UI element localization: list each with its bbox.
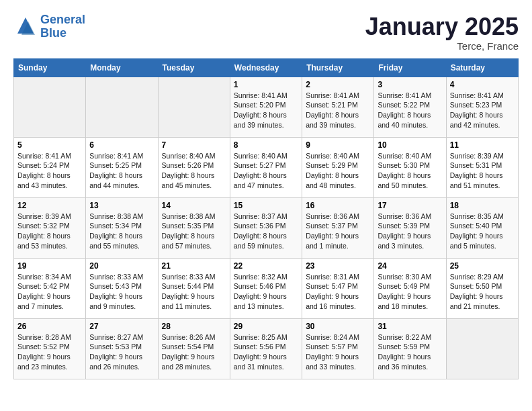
title-area: January 2025 Terce, France [365, 13, 519, 52]
day-number: 15 [234, 201, 298, 210]
day-number: 8 [234, 140, 298, 150]
day-cell [446, 318, 518, 379]
day-cell [14, 77, 86, 137]
logo: General Blue [13, 13, 85, 40]
day-cell: 22Sunrise: 8:32 AM Sunset: 5:46 PM Dayli… [230, 258, 302, 318]
day-cell: 30Sunrise: 8:24 AM Sunset: 5:57 PM Dayli… [302, 318, 374, 379]
day-number: 18 [450, 201, 515, 210]
day-number: 17 [378, 201, 442, 210]
day-header-thursday: Thursday [302, 58, 374, 77]
day-number: 5 [17, 140, 82, 150]
day-cell: 10Sunrise: 8:40 AM Sunset: 5:30 PM Dayli… [374, 137, 446, 197]
day-number: 16 [306, 201, 370, 210]
day-cell: 27Sunrise: 8:27 AM Sunset: 5:53 PM Dayli… [86, 318, 158, 379]
day-header-saturday: Saturday [446, 58, 518, 77]
day-cell: 12Sunrise: 8:39 AM Sunset: 5:32 PM Dayli… [14, 197, 86, 258]
day-header-tuesday: Tuesday [158, 58, 230, 77]
day-info: Sunrise: 8:27 AM Sunset: 5:53 PM Dayligh… [89, 332, 154, 372]
day-number: 22 [234, 261, 298, 271]
week-row-2: 5Sunrise: 8:41 AM Sunset: 5:24 PM Daylig… [14, 137, 519, 197]
day-info: Sunrise: 8:41 AM Sunset: 5:24 PM Dayligh… [17, 151, 82, 191]
day-cell: 23Sunrise: 8:31 AM Sunset: 5:47 PM Dayli… [302, 258, 374, 318]
day-cell: 19Sunrise: 8:34 AM Sunset: 5:42 PM Dayli… [14, 258, 86, 318]
day-cell: 31Sunrise: 8:22 AM Sunset: 5:59 PM Dayli… [374, 318, 446, 379]
day-cell: 5Sunrise: 8:41 AM Sunset: 5:24 PM Daylig… [14, 137, 86, 197]
week-row-1: 1Sunrise: 8:41 AM Sunset: 5:20 PM Daylig… [14, 77, 519, 137]
day-number: 21 [162, 261, 226, 271]
day-number: 12 [17, 201, 82, 210]
day-number: 20 [89, 261, 154, 271]
day-number: 11 [450, 140, 515, 150]
day-cell: 6Sunrise: 8:41 AM Sunset: 5:25 PM Daylig… [86, 137, 158, 197]
day-info: Sunrise: 8:40 AM Sunset: 5:26 PM Dayligh… [162, 151, 226, 191]
day-number: 7 [162, 140, 226, 150]
day-number: 26 [17, 322, 82, 331]
day-info: Sunrise: 8:40 AM Sunset: 5:30 PM Dayligh… [378, 151, 442, 191]
week-row-3: 12Sunrise: 8:39 AM Sunset: 5:32 PM Dayli… [14, 197, 519, 258]
day-number: 1 [234, 80, 298, 89]
day-number: 29 [234, 322, 298, 331]
day-cell: 14Sunrise: 8:38 AM Sunset: 5:35 PM Dayli… [158, 197, 230, 258]
logo-icon [13, 15, 38, 39]
logo-text: General Blue [40, 13, 85, 40]
day-info: Sunrise: 8:34 AM Sunset: 5:42 PM Dayligh… [17, 272, 82, 312]
day-info: Sunrise: 8:40 AM Sunset: 5:27 PM Dayligh… [234, 151, 298, 191]
day-number: 9 [306, 140, 370, 150]
day-number: 25 [450, 261, 515, 271]
day-info: Sunrise: 8:36 AM Sunset: 5:37 PM Dayligh… [306, 212, 370, 251]
day-cell [158, 77, 230, 137]
day-info: Sunrise: 8:30 AM Sunset: 5:49 PM Dayligh… [378, 272, 442, 312]
day-info: Sunrise: 8:41 AM Sunset: 5:20 PM Dayligh… [234, 91, 298, 130]
day-info: Sunrise: 8:41 AM Sunset: 5:23 PM Dayligh… [450, 91, 515, 130]
day-info: Sunrise: 8:25 AM Sunset: 5:56 PM Dayligh… [234, 332, 298, 372]
day-header-friday: Friday [374, 58, 446, 77]
day-header-monday: Monday [86, 58, 158, 77]
day-info: Sunrise: 8:35 AM Sunset: 5:40 PM Dayligh… [450, 212, 515, 251]
day-cell: 20Sunrise: 8:33 AM Sunset: 5:43 PM Dayli… [86, 258, 158, 318]
day-number: 14 [162, 201, 226, 210]
day-number: 2 [306, 80, 370, 89]
day-cell: 28Sunrise: 8:26 AM Sunset: 5:54 PM Dayli… [158, 318, 230, 379]
day-cell: 9Sunrise: 8:40 AM Sunset: 5:29 PM Daylig… [302, 137, 374, 197]
day-header-wednesday: Wednesday [230, 58, 302, 77]
day-info: Sunrise: 8:36 AM Sunset: 5:39 PM Dayligh… [378, 212, 442, 251]
day-cell: 18Sunrise: 8:35 AM Sunset: 5:40 PM Dayli… [446, 197, 518, 258]
day-cell: 16Sunrise: 8:36 AM Sunset: 5:37 PM Dayli… [302, 197, 374, 258]
day-info: Sunrise: 8:39 AM Sunset: 5:31 PM Dayligh… [450, 151, 515, 191]
month-title: January 2025 [365, 13, 519, 40]
day-cell: 4Sunrise: 8:41 AM Sunset: 5:23 PM Daylig… [446, 77, 518, 137]
day-cell: 7Sunrise: 8:40 AM Sunset: 5:26 PM Daylig… [158, 137, 230, 197]
day-info: Sunrise: 8:22 AM Sunset: 5:59 PM Dayligh… [378, 332, 442, 372]
day-info: Sunrise: 8:38 AM Sunset: 5:35 PM Dayligh… [162, 212, 226, 251]
day-info: Sunrise: 8:31 AM Sunset: 5:47 PM Dayligh… [306, 272, 370, 312]
day-cell: 25Sunrise: 8:29 AM Sunset: 5:50 PM Dayli… [446, 258, 518, 318]
day-info: Sunrise: 8:24 AM Sunset: 5:57 PM Dayligh… [306, 332, 370, 372]
day-info: Sunrise: 8:39 AM Sunset: 5:32 PM Dayligh… [17, 212, 82, 251]
day-number: 4 [450, 80, 515, 89]
day-number: 24 [378, 261, 442, 271]
day-cell: 29Sunrise: 8:25 AM Sunset: 5:56 PM Dayli… [230, 318, 302, 379]
location: Terce, France [365, 40, 519, 52]
day-info: Sunrise: 8:38 AM Sunset: 5:34 PM Dayligh… [89, 212, 154, 251]
day-number: 31 [378, 322, 442, 331]
day-cell: 8Sunrise: 8:40 AM Sunset: 5:27 PM Daylig… [230, 137, 302, 197]
day-number: 3 [378, 80, 442, 89]
day-cell [86, 77, 158, 137]
day-info: Sunrise: 8:28 AM Sunset: 5:52 PM Dayligh… [17, 332, 82, 372]
day-cell: 17Sunrise: 8:36 AM Sunset: 5:39 PM Dayli… [374, 197, 446, 258]
day-info: Sunrise: 8:41 AM Sunset: 5:22 PM Dayligh… [378, 91, 442, 130]
day-number: 10 [378, 140, 442, 150]
day-cell: 11Sunrise: 8:39 AM Sunset: 5:31 PM Dayli… [446, 137, 518, 197]
day-cell: 24Sunrise: 8:30 AM Sunset: 5:49 PM Dayli… [374, 258, 446, 318]
day-header-sunday: Sunday [14, 58, 86, 77]
day-number: 30 [306, 322, 370, 331]
day-info: Sunrise: 8:32 AM Sunset: 5:46 PM Dayligh… [234, 272, 298, 312]
day-cell: 21Sunrise: 8:33 AM Sunset: 5:44 PM Dayli… [158, 258, 230, 318]
day-cell: 15Sunrise: 8:37 AM Sunset: 5:36 PM Dayli… [230, 197, 302, 258]
day-info: Sunrise: 8:40 AM Sunset: 5:29 PM Dayligh… [306, 151, 370, 191]
day-info: Sunrise: 8:37 AM Sunset: 5:36 PM Dayligh… [234, 212, 298, 251]
day-info: Sunrise: 8:33 AM Sunset: 5:44 PM Dayligh… [162, 272, 226, 312]
day-cell: 2Sunrise: 8:41 AM Sunset: 5:21 PM Daylig… [302, 77, 374, 137]
day-info: Sunrise: 8:29 AM Sunset: 5:50 PM Dayligh… [450, 272, 515, 312]
day-info: Sunrise: 8:41 AM Sunset: 5:21 PM Dayligh… [306, 91, 370, 130]
